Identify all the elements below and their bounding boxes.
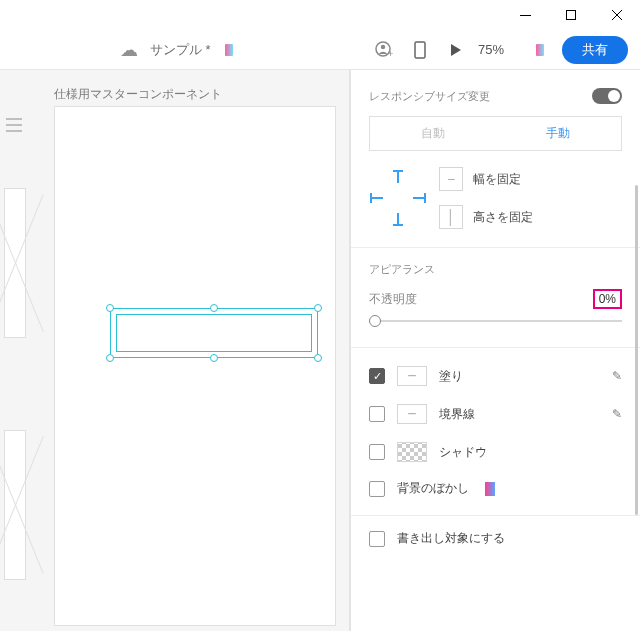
responsive-mode-segment[interactable]: 自動 手動: [369, 116, 622, 151]
selection-rect[interactable]: [110, 308, 318, 358]
svg-rect-1: [567, 11, 576, 20]
opacity-slider[interactable]: [369, 313, 622, 329]
artboard[interactable]: [54, 106, 336, 626]
app-toolbar: ☁ サンプル * + 75% 共有: [0, 30, 640, 70]
share-button[interactable]: 共有: [562, 36, 628, 64]
responsive-heading: レスポンシブサイズ変更: [369, 89, 490, 104]
hamburger-icon[interactable]: [6, 114, 22, 136]
stroke-row: − 境界線 ✎: [369, 404, 622, 424]
shadow-row: シャドウ: [369, 442, 622, 462]
svg-rect-7: [415, 42, 425, 58]
shadow-checkbox[interactable]: [369, 444, 385, 460]
avatar-icon[interactable]: +: [370, 36, 398, 64]
stroke-checkbox[interactable]: [369, 406, 385, 422]
stroke-swatch[interactable]: −: [397, 404, 427, 424]
canvas-workspace[interactable]: 仕様用マスターコンポーネント: [0, 70, 350, 631]
window-minimize-button[interactable]: [502, 0, 548, 30]
shadow-label: シャドウ: [439, 444, 487, 461]
fix-height-icon[interactable]: │: [439, 205, 463, 229]
seg-manual[interactable]: 手動: [496, 117, 622, 150]
responsive-toggle[interactable]: [592, 88, 622, 104]
export-checkbox[interactable]: [369, 531, 385, 547]
bgblur-row: 背景のぼかし: [369, 480, 622, 497]
document-name[interactable]: サンプル *: [150, 41, 211, 59]
fill-row: ✓ − 塗り ✎: [369, 366, 622, 386]
play-icon[interactable]: [442, 36, 470, 64]
appearance-heading: アピアランス: [369, 262, 435, 277]
fill-label: 塗り: [439, 368, 463, 385]
scrollbar[interactable]: [635, 185, 638, 515]
export-row: 書き出し対象にする: [369, 530, 622, 547]
opacity-label: 不透明度: [369, 291, 417, 308]
device-icon[interactable]: [406, 36, 434, 64]
eyedropper-icon[interactable]: ✎: [612, 369, 622, 383]
cloud-icon: ☁: [120, 39, 138, 61]
zoom-level[interactable]: 75%: [478, 42, 522, 57]
window-close-button[interactable]: [594, 0, 640, 30]
artboard-title[interactable]: 仕様用マスターコンポーネント: [54, 86, 222, 103]
export-label: 書き出し対象にする: [397, 530, 505, 547]
svg-point-5: [381, 44, 385, 48]
artboard-thumb[interactable]: [4, 188, 26, 338]
fix-width-icon[interactable]: −: [439, 167, 463, 191]
properties-panel: レスポンシブサイズ変更 自動 手動 − 幅を固定 │ 高さを固定 アピアランス …: [350, 70, 640, 631]
fill-swatch[interactable]: −: [397, 366, 427, 386]
opacity-value[interactable]: 0%: [593, 289, 622, 309]
eyedropper-icon[interactable]: ✎: [612, 407, 622, 421]
doc-badge-icon: [225, 44, 233, 56]
svg-text:+: +: [388, 49, 393, 59]
stroke-label: 境界線: [439, 406, 475, 423]
fix-width-label: 幅を固定: [473, 171, 521, 188]
artboard-thumb[interactable]: [4, 430, 26, 580]
fix-height-label: 高さを固定: [473, 209, 533, 226]
zoom-badge-icon: [536, 44, 544, 56]
bgblur-badge-icon: [485, 482, 495, 496]
window-maximize-button[interactable]: [548, 0, 594, 30]
bgblur-checkbox[interactable]: [369, 481, 385, 497]
fill-checkbox[interactable]: ✓: [369, 368, 385, 384]
window-titlebar: [0, 0, 640, 30]
seg-auto[interactable]: 自動: [370, 117, 496, 150]
bgblur-label: 背景のぼかし: [397, 480, 469, 497]
constraint-widget[interactable]: [369, 169, 427, 227]
shadow-swatch[interactable]: [397, 442, 427, 462]
